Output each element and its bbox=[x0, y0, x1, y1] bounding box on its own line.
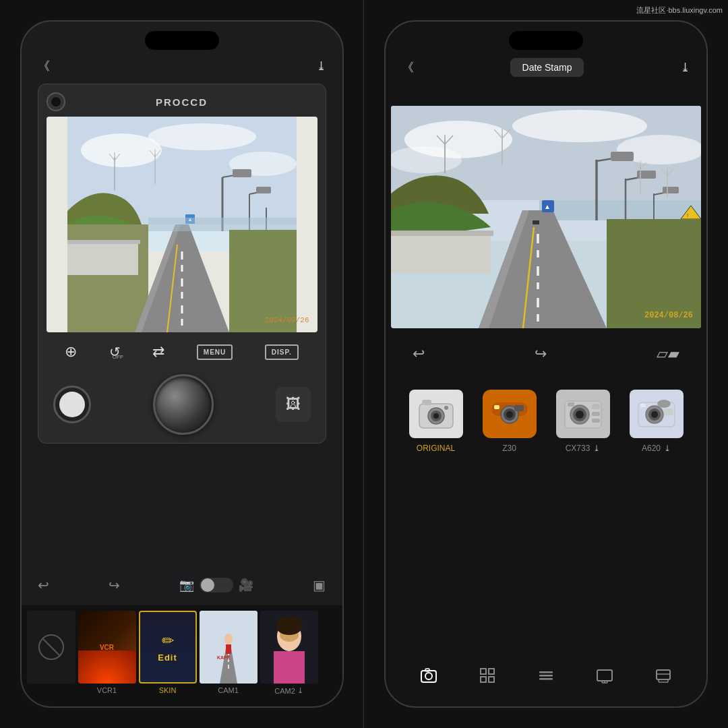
video-mode-icon[interactable]: 🎥 bbox=[239, 578, 253, 593]
film-label-vcr1: VCR1 bbox=[97, 686, 117, 694]
bottom-nav-frame[interactable] bbox=[473, 661, 502, 690]
film-item-cam2[interactable]: CAM2 ⤓ bbox=[260, 611, 318, 695]
svg-rect-119 bbox=[489, 669, 494, 674]
skin-edit-icon: ✏ bbox=[162, 632, 174, 650]
camera-body: PROCCD bbox=[38, 84, 326, 444]
filter-label-cx733-wrapper: CX733 ⤓ bbox=[566, 444, 601, 453]
film-item-skin[interactable]: ✏ Edit SKIN bbox=[139, 611, 197, 694]
disp-btn[interactable]: DISP. bbox=[265, 344, 299, 360]
main-photo-area: ▲ ! 2024/08/26 bbox=[386, 96, 706, 338]
layout-icon-left[interactable]: ▣ bbox=[313, 577, 326, 593]
svg-rect-104 bbox=[592, 404, 600, 409]
redo-icon-left[interactable]: ↪ bbox=[109, 577, 120, 593]
svg-rect-36 bbox=[226, 644, 231, 654]
shutter-button[interactable] bbox=[53, 386, 91, 423]
cam-controls: ⊕ ↺ OFF ⇄ MENU DISP. bbox=[47, 339, 317, 365]
cx733-download-icon[interactable]: ⤓ bbox=[593, 444, 600, 453]
menu-btn[interactable]: MENU bbox=[197, 344, 233, 360]
bottom-nav-right bbox=[386, 661, 706, 690]
film-thumb-cam1: KAPE bbox=[200, 611, 257, 684]
filter-item-cx733[interactable]: CX733 ⤓ bbox=[556, 390, 610, 453]
menu-nav-icon bbox=[537, 666, 555, 685]
undo-icon-right[interactable]: ↩ bbox=[413, 345, 425, 363]
svg-point-111 bbox=[651, 411, 658, 418]
bottom-nav-camera[interactable] bbox=[414, 661, 444, 690]
phone-left-body: 《 ⤓ PROCCD bbox=[20, 20, 344, 708]
redo-icon-right[interactable]: ↪ bbox=[535, 345, 547, 363]
filter-item-a620[interactable]: A620 ⤓ bbox=[630, 390, 684, 453]
bottom-nav-screen[interactable] bbox=[590, 661, 619, 690]
main-photo: ▲ ! 2024/08/26 bbox=[391, 106, 701, 328]
flip-btn[interactable]: ⇄ bbox=[152, 343, 164, 361]
film-item-vcr1[interactable]: VCR VCR1 bbox=[78, 611, 136, 694]
bottom-nav-layers[interactable] bbox=[648, 661, 678, 690]
filter-label-a620: A620 bbox=[642, 444, 661, 453]
svg-point-35 bbox=[224, 634, 233, 644]
road-scene-left: ▲ bbox=[47, 117, 317, 332]
filter-cam-z30 bbox=[483, 390, 537, 438]
download-icon-left[interactable]: ⤓ bbox=[316, 59, 326, 73]
svg-text:!: ! bbox=[687, 212, 688, 218]
svg-point-116 bbox=[425, 673, 432, 679]
camera-mode-icon[interactable]: 📷 bbox=[179, 578, 194, 593]
gallery-button[interactable]: 🖼 bbox=[276, 387, 311, 422]
svg-point-3 bbox=[148, 123, 256, 150]
filter-label-a620-wrapper: A620 ⤓ bbox=[642, 444, 671, 453]
bottom-nav-strip-left: ↩ ↪ 📷 🎥 ▣ bbox=[38, 577, 326, 593]
svg-rect-6 bbox=[67, 241, 138, 275]
svg-point-112 bbox=[657, 400, 671, 408]
cx733-cam-icon bbox=[564, 397, 603, 431]
svg-rect-51 bbox=[391, 231, 493, 236]
z30-cam-icon bbox=[490, 397, 529, 431]
back-icon-right[interactable]: 《 bbox=[402, 59, 414, 75]
film-thumb-vcr1: VCR bbox=[78, 611, 136, 684]
svg-rect-91 bbox=[422, 400, 431, 405]
svg-rect-105 bbox=[592, 412, 600, 416]
skin-edit-text: Edit bbox=[158, 653, 177, 663]
bottom-nav-menu[interactable] bbox=[531, 661, 561, 690]
phone-right-body: 《 Date Stamp ⤓ bbox=[384, 20, 708, 708]
filter-cam-cx733 bbox=[556, 390, 610, 438]
filter-item-original[interactable]: ORIGINAL bbox=[409, 390, 463, 453]
svg-rect-122 bbox=[539, 671, 553, 673]
svg-rect-41 bbox=[274, 651, 305, 684]
undo-icon-left[interactable]: ↩ bbox=[38, 577, 49, 593]
svg-rect-64 bbox=[663, 187, 679, 193]
cam2-scene bbox=[260, 611, 318, 684]
svg-rect-113 bbox=[640, 404, 646, 407]
svg-rect-121 bbox=[489, 677, 494, 682]
film-label-cam2: CAM2 ⤓ bbox=[274, 686, 303, 695]
film-label-cam1: CAM1 bbox=[218, 686, 239, 694]
gallery-icon: 🖼 bbox=[286, 396, 301, 413]
back-icon-left[interactable]: 《 bbox=[38, 58, 50, 74]
download-icon-right[interactable]: ⤓ bbox=[680, 60, 690, 75]
filter-item-z30[interactable]: Z30 bbox=[483, 390, 537, 453]
film-strip: VCR VCR1 ✏ Edit SKIN bbox=[22, 605, 342, 706]
scroll-dial[interactable] bbox=[153, 374, 214, 435]
svg-rect-130 bbox=[659, 679, 668, 682]
no-filter-icon bbox=[38, 634, 65, 661]
film-thumb-cam2 bbox=[260, 611, 318, 684]
svg-point-42 bbox=[276, 616, 303, 635]
film-item-disabled[interactable] bbox=[27, 611, 75, 686]
svg-rect-118 bbox=[481, 669, 486, 674]
a620-download-icon[interactable]: ⤓ bbox=[664, 444, 671, 453]
svg-rect-85 bbox=[533, 220, 539, 224]
svg-point-103 bbox=[576, 411, 584, 419]
svg-rect-98 bbox=[494, 405, 499, 409]
svg-point-48 bbox=[391, 146, 462, 173]
flash-btn[interactable]: ⊕ bbox=[65, 343, 77, 361]
filter-label-original: ORIGINAL bbox=[417, 444, 455, 453]
film-thumb-skin: ✏ Edit bbox=[139, 611, 197, 684]
mode-toggle[interactable] bbox=[200, 578, 233, 593]
film-item-cam1[interactable]: KAPE CAM1 bbox=[200, 611, 257, 694]
svg-text:KAPE: KAPE bbox=[217, 655, 231, 660]
frame-nav-icon bbox=[478, 666, 497, 685]
viewfinder: ▲ 2024/09/26 bbox=[47, 117, 317, 332]
date-stamp-title: Date Stamp bbox=[510, 58, 584, 77]
off-btn[interactable]: ↺ OFF bbox=[109, 344, 121, 360]
filter-row: ORIGINAL bbox=[386, 379, 706, 453]
svg-rect-7 bbox=[67, 240, 140, 244]
vcr-glow bbox=[78, 650, 136, 684]
compare-icon[interactable]: ▱▰ bbox=[657, 345, 679, 363]
